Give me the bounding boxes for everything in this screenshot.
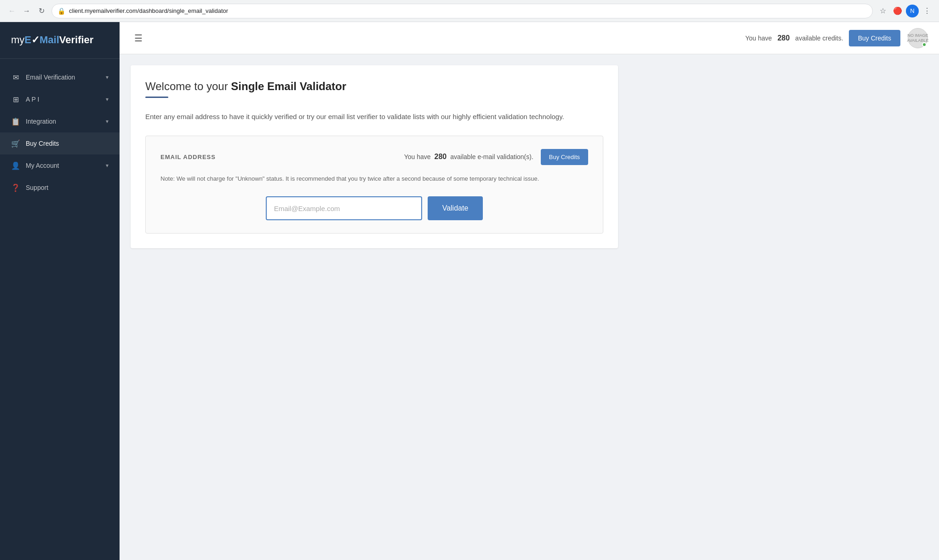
browser-nav-buttons: ← → ↻ [6, 5, 48, 17]
validator-note: Note: We will not charge for "Unknown" s… [160, 174, 588, 184]
profile-button[interactable]: N [906, 5, 919, 17]
email-icon: ✉ [11, 73, 20, 82]
page-title: Welcome to your Single Email Validator [145, 80, 603, 93]
star-button[interactable]: ☆ [876, 5, 889, 17]
address-bar[interactable]: 🔒 client.myemailverifier.com/dashboard/s… [52, 4, 873, 18]
cart-icon: 🛒 [11, 139, 20, 148]
extension-button[interactable]: 🔴 [891, 5, 904, 17]
email-address-label: EMAIL ADDRESS [160, 154, 216, 160]
page-title-section: Welcome to your Single Email Validator [145, 80, 603, 98]
browser-chrome: ← → ↻ 🔒 client.myemailverifier.com/dashb… [0, 0, 939, 22]
api-icon: ⊞ [11, 95, 20, 104]
sidebar-item-support[interactable]: ❓ Support [0, 177, 120, 199]
credits-prefix: You have [745, 34, 772, 42]
email-input-row: Validate [160, 196, 588, 220]
validator-credits-count: 280 [435, 153, 447, 161]
credits-count: 280 [778, 34, 790, 42]
sidebar-item-buy-credits[interactable]: 🛒 Buy Credits [0, 132, 120, 154]
page-content: Welcome to your Single Email Validator E… [120, 54, 939, 560]
menu-button[interactable]: ⋮ [921, 5, 933, 17]
chevron-down-icon: ▾ [106, 74, 109, 80]
lock-icon: 🔒 [57, 7, 65, 15]
topbar: ☰ You have 280 available credits. Buy Cr… [120, 22, 939, 54]
chevron-down-icon: ▾ [106, 118, 109, 125]
sidebar-item-my-account[interactable]: 👤 My Account ▾ [0, 154, 120, 177]
integration-icon: 📋 [11, 117, 20, 126]
app-container: myE✓MailVerifier ✉ Email Verification ▾ … [0, 22, 939, 560]
email-input[interactable] [266, 196, 422, 220]
validator-header: EMAIL ADDRESS You have 280 available e-m… [160, 149, 588, 165]
main-content: ☰ You have 280 available credits. Buy Cr… [120, 22, 939, 560]
browser-actions: ☆ 🔴 N ⋮ [876, 5, 933, 17]
credits-suffix: available credits. [795, 34, 843, 42]
sidebar-item-email-verification[interactable]: ✉ Email Verification ▾ [0, 66, 120, 88]
logo-text: myE✓MailVerifier [11, 34, 93, 46]
chevron-down-icon: ▾ [106, 96, 109, 103]
buy-credits-topbar-button[interactable]: Buy Credits [849, 30, 900, 46]
sidebar-item-api[interactable]: ⊞ A P I ▾ [0, 88, 120, 110]
topbar-credits: You have 280 available credits. Buy Cred… [745, 30, 900, 46]
help-icon: ❓ [11, 183, 20, 192]
url-text: client.myemailverifier.com/dashboard/sin… [69, 7, 867, 14]
validator-credits: You have 280 available e-mail validation… [404, 149, 588, 165]
buy-credits-inline-button[interactable]: Buy Credits [541, 149, 588, 165]
hamburger-button[interactable]: ☰ [131, 29, 146, 47]
content-card: Welcome to your Single Email Validator E… [131, 65, 618, 248]
sidebar-item-integration[interactable]: 📋 Integration ▾ [0, 110, 120, 132]
chevron-down-icon: ▾ [106, 162, 109, 169]
user-icon: 👤 [11, 161, 20, 170]
reload-button[interactable]: ↻ [35, 5, 48, 17]
validate-button[interactable]: Validate [428, 196, 483, 220]
sidebar-logo: myE✓MailVerifier [0, 22, 120, 59]
avatar[interactable]: NO IMAGEAVAILABLE [908, 28, 928, 48]
avatar-status [922, 42, 927, 47]
sidebar: myE✓MailVerifier ✉ Email Verification ▾ … [0, 22, 120, 560]
back-button[interactable]: ← [6, 5, 18, 17]
forward-button[interactable]: → [20, 5, 33, 17]
page-description: Enter any email address to have it quick… [145, 111, 603, 123]
sidebar-nav: ✉ Email Verification ▾ ⊞ A P I ▾ 📋 Integ… [0, 59, 120, 560]
validator-box: EMAIL ADDRESS You have 280 available e-m… [145, 136, 603, 234]
title-underline [145, 97, 168, 98]
